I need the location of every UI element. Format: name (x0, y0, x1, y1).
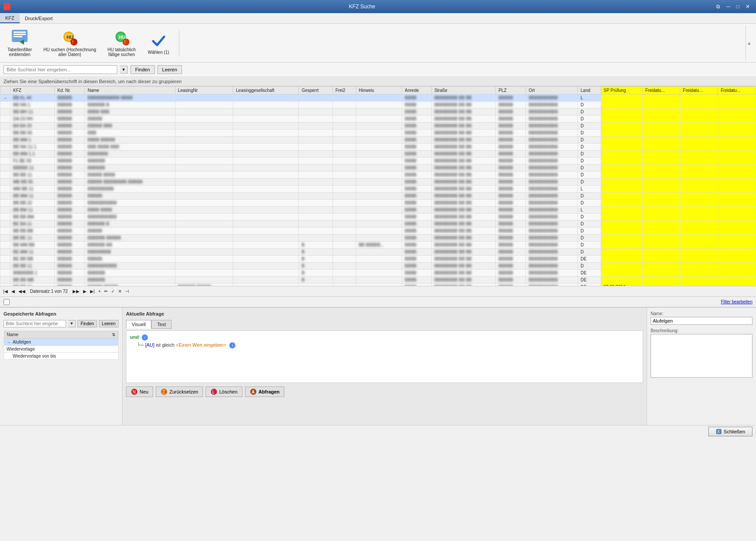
row-kfz: MB BB 55 (10, 179, 55, 186)
name-input[interactable] (651, 317, 752, 325)
toolbar-hu-suchen[interactable]: HU ! HU suchen (Hochrechnungalter Daten) (39, 27, 100, 59)
row-kfz: BB MM 11 (10, 193, 55, 200)
row-freidatu-1 (680, 172, 718, 179)
nav-next[interactable]: ▶ (82, 288, 88, 294)
search-dropdown-button[interactable]: ▼ (120, 66, 128, 74)
col-header-plz[interactable]: PLZ (496, 87, 526, 95)
row-leasingnr (175, 158, 233, 165)
nav-cancel[interactable]: ✕ (117, 288, 123, 294)
toolbar-hu-tatsaechlich[interactable]: HU ! HU tatsächlichfällige suchen (104, 27, 140, 59)
loeschen-button[interactable]: L Löschen (206, 386, 242, 397)
toolbar-waehlen[interactable]: Wählen (1) (143, 29, 174, 57)
abfragen-button[interactable]: A Abfragen (245, 386, 284, 397)
col-header-sp-pruefung[interactable]: SP Prüfung (601, 87, 642, 95)
row-gesperrt (299, 151, 332, 158)
col-header-ort[interactable]: Ort (526, 87, 578, 95)
col-header-freidatu3[interactable]: Freidatu... (718, 87, 756, 95)
col-header-name[interactable]: Name (85, 87, 175, 95)
minimize-button[interactable]: ─ (724, 3, 733, 11)
row-leasingges (233, 116, 299, 123)
nav-delete[interactable]: ⊣ (124, 288, 130, 294)
saved-queries-search-input[interactable] (4, 320, 66, 327)
name-desc-panel: Name: Beschreibung: (647, 308, 756, 425)
tab-visuell[interactable]: Visuell (126, 320, 151, 329)
status-checkbox[interactable] (4, 299, 10, 305)
row-freidatu-2 (718, 123, 756, 130)
col-header-land[interactable]: Land (578, 87, 601, 95)
col-header-anrede[interactable]: Anrede (402, 87, 431, 95)
sq-row-1[interactable]: Wiedervorlage (4, 346, 119, 353)
cq-tabs: Visuell Text (126, 320, 643, 329)
sq-row-0[interactable]: →Alufelgen (4, 339, 119, 346)
row-freidatu-2 (718, 109, 756, 116)
neu-button[interactable]: N Neu (126, 386, 153, 397)
row-strasse: BBBBBBBB BB BB (431, 109, 496, 116)
row-anrede: BBBB (402, 165, 431, 172)
search-input[interactable] (4, 65, 117, 74)
col-header-leasingges[interactable]: Leasinggesellschaft (233, 87, 299, 95)
row-freidatu-0 (642, 221, 680, 228)
zuruecksetzen-button[interactable]: Z Zurücksetzen (156, 386, 203, 397)
nav-prev-more[interactable]: ◀◀ (17, 288, 27, 294)
col-header-leasingnr[interactable]: LeasingNr (175, 87, 233, 95)
filter-edit-link[interactable]: Filter bearbeiten (721, 299, 752, 304)
resize-button[interactable]: ⧉ (714, 3, 723, 11)
col-header-strasse[interactable]: Straße (431, 87, 496, 95)
close-button[interactable]: ✕ (743, 3, 752, 11)
table-scroll-area[interactable]: KFZ Kd. Nr. Name LeasingNr Leasinggesell… (0, 86, 756, 286)
row-arrow-cell (0, 263, 10, 270)
nav-prev[interactable]: ◀ (10, 288, 16, 294)
maximize-button[interactable]: □ (734, 3, 742, 11)
col-header-frei2[interactable]: Frei2 (332, 87, 356, 95)
row-kfz: MM BB 11 (10, 186, 55, 193)
row-leasingnr (175, 123, 233, 130)
sq-find-button[interactable]: Finden (77, 320, 97, 327)
nav-add[interactable]: + (97, 288, 102, 294)
col-header-kfz[interactable]: KFZ (10, 87, 55, 95)
tab-text[interactable]: Text (151, 320, 172, 329)
svg-text:A: A (252, 390, 255, 394)
sq-clear-button[interactable]: Leeren (99, 320, 119, 327)
sq-row-2[interactable]: Wiedervorlage von bis (4, 353, 119, 360)
toolbar-scroll[interactable]: ▲ (746, 25, 752, 60)
row-freidatu-1 (680, 102, 718, 109)
nav-last[interactable]: ▶| (89, 288, 96, 294)
cq-und-info[interactable]: i (142, 334, 148, 341)
col-header-gesperrt[interactable]: Gesperrt (299, 87, 332, 95)
menu-item-druck[interactable]: Druck/Export (20, 14, 58, 23)
row-anrede: BBBB (402, 214, 431, 221)
title-bar-title: KFZ Suche (10, 4, 714, 10)
find-button[interactable]: Finden (130, 65, 155, 74)
row-freidatu-2 (718, 95, 756, 102)
cq-content: und i └─ [AU] ist gleich <Einen Wert ein… (126, 330, 643, 383)
col-header-kdnr[interactable]: Kd. Nr. (55, 87, 85, 95)
row-kfz: BBBBB 11 (10, 165, 55, 172)
row-freidatu-1 (680, 179, 718, 186)
col-header-nav[interactable] (0, 87, 10, 95)
col-header-freidatu1[interactable]: Freidatu... (642, 87, 680, 95)
col-header-hinweis[interactable]: Hinweis (356, 87, 402, 95)
row-land: D (578, 109, 601, 116)
sq-col-sort[interactable]: ⇅ (112, 333, 116, 337)
cq-condition-info[interactable]: i (229, 342, 235, 348)
row-land: D (578, 249, 601, 256)
row-plz: BBBBB (496, 158, 526, 165)
clear-button[interactable]: Leeren (158, 65, 182, 74)
nav-confirm[interactable]: ✓ (110, 288, 116, 294)
nav-next-more[interactable]: ▶▶ (71, 288, 81, 294)
col-header-freidatu2[interactable]: Freidatu... (680, 87, 718, 95)
close-window-button[interactable]: X Schließen (708, 427, 752, 436)
row-leasingnr (175, 200, 233, 207)
row-arrow-cell (0, 249, 10, 256)
row-plz: BBBBB (496, 123, 526, 130)
row-anrede: BBBB (402, 137, 431, 144)
desc-textarea[interactable] (651, 334, 752, 378)
sq-dropdown-btn[interactable]: ▼ (68, 320, 76, 327)
nav-edit[interactable]: ✏ (103, 288, 109, 294)
nav-first[interactable]: |◀ (2, 288, 9, 294)
row-leasingges (233, 179, 299, 186)
row-ort: BBBBBBBBBB (526, 109, 578, 116)
toolbar-tabellenfilter[interactable]: Tabellenfiltereinblenden (4, 27, 36, 59)
row-hinweis (356, 277, 402, 284)
menu-item-kfz[interactable]: KFZ (0, 14, 20, 23)
